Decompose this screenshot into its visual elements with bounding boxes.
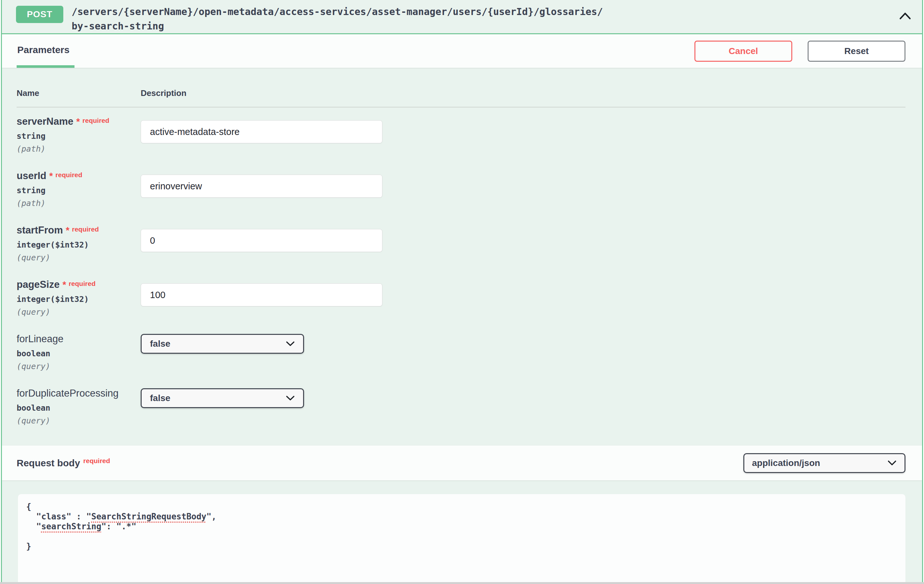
request-body-title-group: Request bodyrequired [16, 458, 110, 468]
request-body-header: Request bodyrequired application/json [2, 445, 922, 480]
parameters-section-header: Parameters Cancel Reset [2, 34, 922, 68]
required-label: required [55, 171, 82, 179]
parameter-type: boolean [16, 349, 141, 358]
parameter-location: (query) [16, 253, 141, 262]
required-label: required [69, 280, 96, 287]
code-line: "searchString": ".*" [26, 522, 896, 531]
parameter-description-cell [141, 170, 906, 208]
required-asterisk: * [76, 116, 80, 127]
parameter-value-input[interactable] [141, 175, 383, 198]
code-line: { [26, 502, 896, 512]
column-header-description: Description [141, 88, 186, 98]
required-flag: *required [59, 283, 95, 289]
param-row-forDuplicateProcessing: forDuplicateProcessing boolean (query) f… [16, 388, 906, 425]
opblock-left-border [1, 0, 2, 584]
table-header-divider [16, 107, 906, 108]
param-row-startFrom: startFrom*required integer($int32) (quer… [16, 225, 906, 262]
opblock-post: POST /servers/{serverName}/open-metadata… [0, 0, 924, 584]
parameter-description-cell [141, 225, 906, 262]
param-row-forLineage: forLineage boolean (query) false [16, 333, 906, 371]
parameters-table: Name Description serverName*required str… [2, 68, 922, 445]
required-asterisk: * [62, 280, 66, 290]
required-label: required [82, 117, 109, 124]
parameter-description-cell [141, 116, 906, 154]
parameter-description-cell: false [141, 333, 906, 371]
chevron-down-icon [887, 460, 897, 466]
endpoint-path-line1: /servers/{serverName}/open-metadata/acce… [72, 6, 603, 17]
parameter-name: pageSize [16, 279, 59, 290]
endpoint-summary[interactable]: POST /servers/{serverName}/open-metadata… [2, 0, 922, 34]
param-row-pageSize: pageSize*required integer($int32) (query… [16, 279, 906, 317]
param-row-serverName: serverName*required string (path) [16, 116, 906, 154]
required-flag: *required [46, 175, 82, 180]
request-body-title: Request body [16, 458, 80, 468]
parameter-value-select[interactable]: false [141, 388, 304, 408]
param-row-userId: userId*required string (path) [16, 170, 906, 208]
parameter-value-select[interactable]: false [141, 334, 304, 354]
required-asterisk: * [49, 171, 53, 181]
request-body-area: { "class" : "SearchStringRequestBody", "… [2, 480, 922, 584]
code-line [26, 531, 896, 541]
parameter-name-cell: forDuplicateProcessing boolean (query) [16, 388, 141, 425]
parameter-type: boolean [16, 404, 141, 413]
tab-parameters[interactable]: Parameters [16, 34, 74, 68]
parameter-location: (query) [16, 417, 141, 425]
content-type-select[interactable]: application/json [743, 453, 906, 473]
required-asterisk: * [66, 225, 69, 235]
parameter-name: forLineage [16, 333, 64, 344]
horizontal-scrollbar[interactable] [0, 582, 924, 584]
parameter-name-line: serverName*required [16, 116, 141, 127]
parameter-name-line: startFrom*required [16, 225, 141, 236]
collapse-button[interactable] [897, 10, 913, 22]
parameter-name-cell: userId*required string (path) [16, 170, 141, 208]
parameter-name-line: forDuplicateProcessing [16, 388, 141, 399]
request-body-editor[interactable]: { "class" : "SearchStringRequestBody", "… [18, 494, 906, 584]
parameter-name-cell: startFrom*required integer($int32) (quer… [16, 225, 141, 262]
parameter-name-cell: forLineage boolean (query) [16, 333, 141, 371]
chevron-down-icon [286, 395, 295, 401]
select-value: false [150, 339, 170, 349]
request-body-required-label: required [83, 457, 110, 464]
parameter-name: serverName [16, 116, 74, 127]
parameter-name-line: pageSize*required [16, 279, 141, 290]
parameter-description-cell [141, 279, 906, 317]
parameter-name-cell: serverName*required string (path) [16, 116, 141, 154]
cancel-button[interactable]: Cancel [695, 41, 792, 62]
parameter-type: integer($int32) [16, 295, 141, 304]
parameters-rows: serverName*required string (path) userId… [16, 116, 906, 425]
reset-button[interactable]: Reset [808, 41, 906, 62]
parameter-value-input[interactable] [141, 120, 383, 143]
try-out-buttons: Cancel Reset [695, 34, 906, 68]
parameter-name: startFrom [16, 225, 63, 236]
parameter-value-input[interactable] [141, 283, 383, 306]
code-line: "class" : "SearchStringRequestBody", [26, 512, 896, 522]
code-line: } [26, 541, 896, 551]
parameter-value-input[interactable] [141, 229, 383, 252]
required-flag: *required [74, 120, 109, 126]
parameter-location: (path) [16, 199, 141, 208]
parameter-type: string [16, 186, 141, 195]
chevron-up-icon [899, 12, 911, 20]
select-value: false [150, 393, 170, 403]
parameter-name: forDuplicateProcessing [16, 388, 119, 399]
parameter-name-cell: pageSize*required integer($int32) (query… [16, 279, 141, 317]
parameter-location: (path) [16, 145, 141, 154]
endpoint-path-line2: by-search-string [72, 20, 164, 31]
parameter-name-line: userId*required [16, 170, 141, 182]
table-column-headers: Name Description [16, 88, 906, 98]
required-label: required [72, 225, 99, 233]
parameter-type: string [16, 132, 141, 141]
parameter-description-cell: false [141, 388, 906, 425]
chevron-down-icon [286, 341, 295, 347]
parameter-name: userId [16, 170, 46, 181]
content-type-value: application/json [752, 458, 820, 468]
opblock-right-border [922, 0, 923, 584]
endpoint-path: /servers/{serverName}/open-metadata/acce… [72, 5, 603, 33]
required-flag: *required [63, 229, 99, 235]
method-badge: POST [16, 6, 63, 23]
parameter-type: integer($int32) [16, 240, 141, 250]
column-header-name: Name [16, 88, 141, 98]
parameter-location: (query) [16, 308, 141, 317]
parameter-location: (query) [16, 362, 141, 371]
parameter-name-line: forLineage [16, 333, 141, 345]
